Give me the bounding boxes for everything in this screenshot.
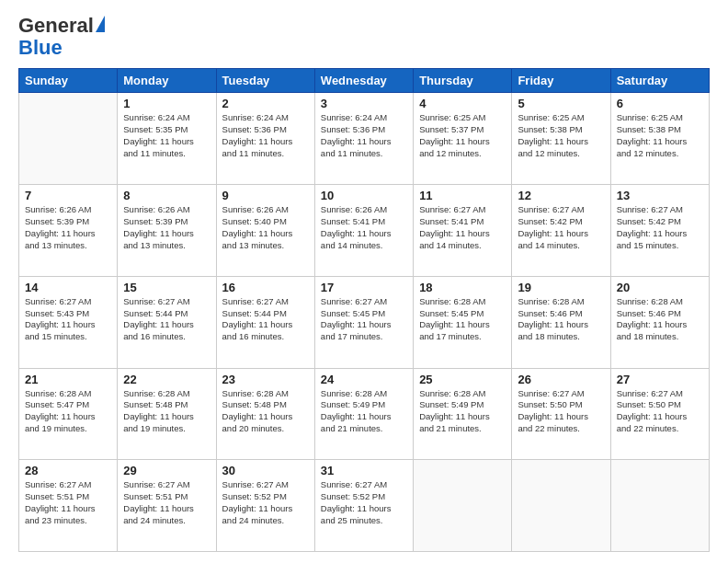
day-cell — [610, 460, 709, 552]
day-cell: 27Sunrise: 6:27 AMSunset: 5:50 PMDayligh… — [610, 368, 709, 460]
weekday-thursday: Thursday — [414, 69, 512, 93]
day-number: 5 — [518, 97, 604, 110]
day-info: Sunrise: 6:28 AMSunset: 5:47 PMDaylight:… — [25, 388, 111, 435]
day-number: 30 — [222, 464, 309, 477]
day-cell: 19Sunrise: 6:28 AMSunset: 5:46 PMDayligh… — [512, 276, 610, 368]
day-info: Sunrise: 6:26 AMSunset: 5:41 PMDaylight:… — [321, 204, 407, 251]
day-info: Sunrise: 6:27 AMSunset: 5:45 PMDaylight:… — [321, 296, 407, 343]
day-cell: 13Sunrise: 6:27 AMSunset: 5:42 PMDayligh… — [610, 185, 709, 277]
day-number: 31 — [321, 464, 407, 477]
day-cell: 23Sunrise: 6:28 AMSunset: 5:48 PMDayligh… — [216, 368, 314, 460]
day-cell: 30Sunrise: 6:27 AMSunset: 5:52 PMDayligh… — [216, 460, 314, 552]
logo-text: General Blue — [18, 15, 105, 59]
day-info: Sunrise: 6:25 AMSunset: 5:37 PMDaylight:… — [419, 112, 506, 159]
day-cell: 22Sunrise: 6:28 AMSunset: 5:48 PMDayligh… — [118, 368, 216, 460]
day-number: 7 — [25, 189, 111, 202]
day-info: Sunrise: 6:28 AMSunset: 5:49 PMDaylight:… — [419, 388, 506, 435]
day-cell: 7Sunrise: 6:26 AMSunset: 5:39 PMDaylight… — [19, 185, 118, 277]
day-number: 26 — [518, 373, 604, 386]
day-cell: 28Sunrise: 6:27 AMSunset: 5:51 PMDayligh… — [19, 460, 118, 552]
day-cell: 6Sunrise: 6:25 AMSunset: 5:38 PMDaylight… — [610, 93, 709, 185]
day-number: 25 — [419, 373, 506, 386]
day-cell: 15Sunrise: 6:27 AMSunset: 5:44 PMDayligh… — [118, 276, 216, 368]
day-info: Sunrise: 6:28 AMSunset: 5:46 PMDaylight:… — [617, 296, 703, 343]
day-cell: 12Sunrise: 6:27 AMSunset: 5:42 PMDayligh… — [512, 185, 610, 277]
day-number: 28 — [25, 464, 111, 477]
day-cell: 21Sunrise: 6:28 AMSunset: 5:47 PMDayligh… — [19, 368, 118, 460]
day-number: 14 — [25, 281, 111, 294]
day-cell: 5Sunrise: 6:25 AMSunset: 5:38 PMDaylight… — [512, 93, 610, 185]
day-info: Sunrise: 6:25 AMSunset: 5:38 PMDaylight:… — [617, 112, 703, 159]
logo-blue: Blue — [18, 36, 63, 59]
day-info: Sunrise: 6:24 AMSunset: 5:35 PMDaylight:… — [123, 112, 210, 159]
day-info: Sunrise: 6:27 AMSunset: 5:50 PMDaylight:… — [518, 388, 604, 435]
day-info: Sunrise: 6:26 AMSunset: 5:39 PMDaylight:… — [25, 204, 111, 251]
day-info: Sunrise: 6:27 AMSunset: 5:44 PMDaylight:… — [222, 296, 309, 343]
day-info: Sunrise: 6:27 AMSunset: 5:51 PMDaylight:… — [25, 479, 111, 526]
header: General Blue — [18, 15, 710, 59]
weekday-wednesday: Wednesday — [314, 69, 413, 93]
logo-general: General — [18, 14, 94, 37]
day-number: 11 — [419, 189, 506, 202]
week-row-0: 1Sunrise: 6:24 AMSunset: 5:35 PMDaylight… — [19, 93, 710, 185]
day-cell: 17Sunrise: 6:27 AMSunset: 5:45 PMDayligh… — [314, 276, 413, 368]
day-info: Sunrise: 6:27 AMSunset: 5:42 PMDaylight:… — [518, 204, 604, 251]
day-number: 13 — [617, 189, 703, 202]
day-info: Sunrise: 6:27 AMSunset: 5:51 PMDaylight:… — [123, 479, 210, 526]
day-info: Sunrise: 6:27 AMSunset: 5:50 PMDaylight:… — [617, 388, 703, 435]
day-cell: 4Sunrise: 6:25 AMSunset: 5:37 PMDaylight… — [414, 93, 512, 185]
day-cell: 16Sunrise: 6:27 AMSunset: 5:44 PMDayligh… — [216, 276, 314, 368]
day-cell: 8Sunrise: 6:26 AMSunset: 5:39 PMDaylight… — [118, 185, 216, 277]
day-cell: 1Sunrise: 6:24 AMSunset: 5:35 PMDaylight… — [118, 93, 216, 185]
day-cell: 20Sunrise: 6:28 AMSunset: 5:46 PMDayligh… — [610, 276, 709, 368]
week-row-3: 21Sunrise: 6:28 AMSunset: 5:47 PMDayligh… — [19, 368, 710, 460]
day-cell — [19, 93, 118, 185]
day-number: 23 — [222, 373, 309, 386]
day-cell: 3Sunrise: 6:24 AMSunset: 5:36 PMDaylight… — [314, 93, 413, 185]
day-number: 1 — [123, 97, 210, 110]
day-number: 10 — [321, 189, 407, 202]
day-number: 16 — [222, 281, 309, 294]
logo-triangle — [96, 16, 105, 32]
day-info: Sunrise: 6:27 AMSunset: 5:42 PMDaylight:… — [617, 204, 703, 251]
day-number: 27 — [617, 373, 703, 386]
day-cell: 11Sunrise: 6:27 AMSunset: 5:41 PMDayligh… — [414, 185, 512, 277]
day-number: 8 — [123, 189, 210, 202]
day-number: 24 — [321, 373, 407, 386]
day-info: Sunrise: 6:25 AMSunset: 5:38 PMDaylight:… — [518, 112, 604, 159]
day-cell — [512, 460, 610, 552]
day-cell: 26Sunrise: 6:27 AMSunset: 5:50 PMDayligh… — [512, 368, 610, 460]
weekday-saturday: Saturday — [610, 69, 709, 93]
page: General Blue SundayMondayTuesdayWednesda… — [0, 0, 728, 563]
week-row-2: 14Sunrise: 6:27 AMSunset: 5:43 PMDayligh… — [19, 276, 710, 368]
week-row-1: 7Sunrise: 6:26 AMSunset: 5:39 PMDaylight… — [19, 185, 710, 277]
day-info: Sunrise: 6:27 AMSunset: 5:52 PMDaylight:… — [321, 479, 407, 526]
calendar-table: SundayMondayTuesdayWednesdayThursdayFrid… — [18, 68, 710, 552]
day-cell: 29Sunrise: 6:27 AMSunset: 5:51 PMDayligh… — [118, 460, 216, 552]
day-number: 20 — [617, 281, 703, 294]
day-info: Sunrise: 6:27 AMSunset: 5:52 PMDaylight:… — [222, 479, 309, 526]
day-cell — [414, 460, 512, 552]
day-number: 9 — [222, 189, 309, 202]
day-info: Sunrise: 6:24 AMSunset: 5:36 PMDaylight:… — [222, 112, 309, 159]
day-info: Sunrise: 6:27 AMSunset: 5:43 PMDaylight:… — [25, 296, 111, 343]
day-info: Sunrise: 6:28 AMSunset: 5:48 PMDaylight:… — [222, 388, 309, 435]
day-info: Sunrise: 6:26 AMSunset: 5:40 PMDaylight:… — [222, 204, 309, 251]
day-number: 3 — [321, 97, 407, 110]
day-info: Sunrise: 6:28 AMSunset: 5:49 PMDaylight:… — [321, 388, 407, 435]
day-cell: 9Sunrise: 6:26 AMSunset: 5:40 PMDaylight… — [216, 185, 314, 277]
day-number: 22 — [123, 373, 210, 386]
weekday-sunday: Sunday — [19, 69, 118, 93]
day-cell: 2Sunrise: 6:24 AMSunset: 5:36 PMDaylight… — [216, 93, 314, 185]
day-number: 2 — [222, 97, 309, 110]
day-info: Sunrise: 6:26 AMSunset: 5:39 PMDaylight:… — [123, 204, 210, 251]
logo: General Blue — [18, 15, 105, 59]
weekday-header-row: SundayMondayTuesdayWednesdayThursdayFrid… — [19, 69, 710, 93]
weekday-friday: Friday — [512, 69, 610, 93]
weekday-monday: Monday — [118, 69, 216, 93]
week-row-4: 28Sunrise: 6:27 AMSunset: 5:51 PMDayligh… — [19, 460, 710, 552]
day-number: 12 — [518, 189, 604, 202]
day-info: Sunrise: 6:27 AMSunset: 5:44 PMDaylight:… — [123, 296, 210, 343]
day-number: 21 — [25, 373, 111, 386]
day-cell: 18Sunrise: 6:28 AMSunset: 5:45 PMDayligh… — [414, 276, 512, 368]
